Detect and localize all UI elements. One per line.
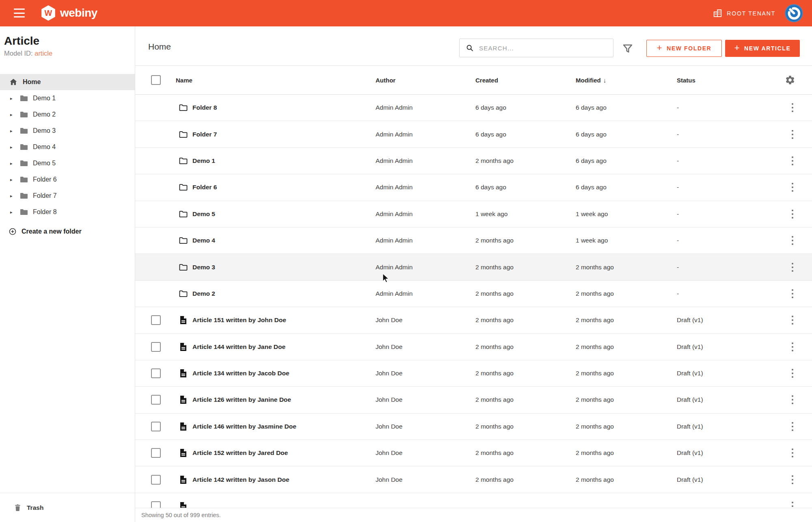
menu-icon[interactable] [14, 9, 25, 17]
row-name[interactable]: Article 142 written by Jason Doe [192, 476, 289, 483]
row-author: John Doe [376, 476, 402, 483]
sidebar-folder-item[interactable]: ▸ Demo 3 [0, 123, 135, 139]
sidebar-item-home[interactable]: Home [0, 74, 135, 90]
new-article-button[interactable]: + NEW ARTICLE [725, 40, 800, 57]
row-name[interactable]: Folder 7 [192, 131, 217, 138]
sidebar-folder-item[interactable]: ▸ Folder 8 [0, 204, 135, 220]
row-checkbox[interactable] [151, 475, 161, 485]
row-actions-kebab-icon[interactable] [787, 420, 798, 433]
tenant-switcher[interactable]: ROOT TENANT [713, 0, 775, 26]
circle-plus-icon [8, 227, 17, 236]
new-folder-button[interactable]: + NEW FOLDER [646, 40, 722, 57]
row-name[interactable]: Article 134 written by Jacob Doe [192, 370, 289, 377]
row-name[interactable]: Article 146 written by Jasmine Doe [192, 423, 296, 430]
row-name[interactable]: Folder 8 [192, 104, 217, 111]
table-row[interactable]: Article 142 written by Jason Doe John Do… [135, 466, 812, 493]
row-actions-kebab-icon[interactable] [787, 155, 798, 167]
brand-wordmark: webiny [60, 6, 97, 19]
row-name[interactable]: Article 126 written by Janine Doe [192, 396, 291, 403]
table-row[interactable]: Article 146 written by Jasmine Doe John … [135, 414, 812, 440]
row-name[interactable]: Folder 6 [192, 184, 217, 191]
table-settings-gear-icon[interactable] [785, 75, 795, 85]
sidebar-folder-item[interactable]: ▸ Demo 5 [0, 155, 135, 171]
sidebar-folder-item[interactable]: ▸ Demo 1 [0, 90, 135, 106]
row-checkbox[interactable] [151, 315, 161, 325]
caret-right-icon[interactable]: ▸ [10, 177, 16, 182]
table-row[interactable]: Folder 7 Admin Admin 6 days ago 6 days a… [135, 121, 812, 147]
row-status: Draft (v1) [677, 476, 703, 483]
table-row[interactable]: Demo 4 Admin Admin 2 months ago 1 week a… [135, 227, 812, 254]
sidebar-folder-item[interactable]: ▸ Demo 4 [0, 139, 135, 155]
column-header-name[interactable]: Name [176, 77, 192, 84]
row-actions-kebab-icon[interactable] [787, 394, 798, 406]
caret-right-icon[interactable]: ▸ [10, 112, 16, 117]
sidebar-folder-item[interactable]: ▸ Demo 2 [0, 106, 135, 123]
caret-right-icon[interactable]: ▸ [10, 193, 16, 199]
row-status: - [677, 184, 679, 191]
table-row[interactable]: Article 152 written by Jared Doe John Do… [135, 440, 812, 466]
table-row[interactable]: Article 126 written by Janine Doe John D… [135, 387, 812, 413]
create-folder-button[interactable]: Create a new folder [0, 223, 135, 240]
row-actions-kebab-icon[interactable] [787, 234, 798, 247]
row-checkbox[interactable] [151, 448, 161, 458]
folder-icon [178, 156, 188, 166]
row-checkbox[interactable] [151, 368, 161, 378]
search-input[interactable] [474, 39, 613, 57]
row-checkbox[interactable] [151, 395, 161, 405]
row-actions-kebab-icon[interactable] [787, 474, 798, 486]
row-actions-kebab-icon[interactable] [787, 181, 798, 193]
row-status: - [677, 210, 679, 218]
table-row[interactable]: Article 134 written by Jacob Doe John Do… [135, 360, 812, 387]
row-status: - [677, 131, 679, 138]
row-actions-kebab-icon[interactable] [787, 341, 798, 353]
row-actions-kebab-icon[interactable] [787, 367, 798, 379]
table-row[interactable]: Demo 5 Admin Admin 1 week ago 1 week ago… [135, 201, 812, 227]
row-checkbox[interactable] [151, 342, 161, 352]
caret-right-icon[interactable]: ▸ [10, 128, 16, 134]
column-header-created[interactable]: Created [475, 77, 498, 84]
row-actions-kebab-icon[interactable] [787, 288, 798, 300]
webiny-logo[interactable]: W webiny [40, 5, 97, 21]
row-actions-kebab-icon[interactable] [787, 314, 798, 326]
column-header-modified[interactable]: Modified↓ [576, 77, 606, 84]
caret-right-icon[interactable]: ▸ [10, 96, 16, 101]
table-row[interactable]: Folder 8 Admin Admin 6 days ago 6 days a… [135, 95, 812, 121]
row-name[interactable]: Demo 4 [192, 237, 215, 244]
column-header-author[interactable]: Author [376, 77, 395, 84]
row-actions-kebab-icon[interactable] [787, 102, 798, 114]
row-name[interactable]: Demo 1 [192, 157, 215, 165]
row-name[interactable]: Demo 5 [192, 210, 215, 218]
filter-icon[interactable] [622, 43, 634, 55]
caret-right-icon[interactable]: ▸ [10, 161, 16, 166]
row-status: - [677, 290, 679, 297]
column-header-status[interactable]: Status [677, 77, 695, 84]
table-row[interactable]: Demo 1 Admin Admin 2 months ago 6 days a… [135, 148, 812, 174]
trash-button[interactable]: Trash [0, 493, 135, 522]
table-row[interactable]: Article 144 written by Jane Doe John Doe… [135, 334, 812, 360]
row-name[interactable]: Article 151 written by John Doe [192, 316, 286, 324]
table-row[interactable]: Article 151 written by John Doe John Doe… [135, 307, 812, 334]
caret-right-icon[interactable]: ▸ [10, 210, 16, 215]
caret-right-icon[interactable]: ▸ [10, 145, 16, 150]
table-row[interactable]: Folder 6 Admin Admin 6 days ago 6 days a… [135, 174, 812, 201]
sidebar-folder-item[interactable]: ▸ Folder 7 [0, 188, 135, 204]
select-all-checkbox[interactable] [151, 75, 161, 85]
row-name[interactable]: Demo 3 [192, 264, 215, 271]
row-actions-kebab-icon[interactable] [787, 208, 798, 220]
row-actions-kebab-icon[interactable] [787, 128, 798, 141]
row-author: Admin Admin [376, 104, 412, 111]
table-row[interactable]: Demo 2 Admin Admin 2 months ago 2 months… [135, 281, 812, 307]
folder-icon [178, 182, 188, 192]
row-name[interactable]: Article 152 written by Jared Doe [192, 449, 288, 457]
row-name[interactable]: Article 144 written by Jane Doe [192, 343, 285, 351]
row-actions-kebab-icon[interactable] [787, 447, 798, 459]
row-actions-kebab-icon[interactable] [787, 261, 798, 273]
row-name[interactable]: Demo 2 [192, 290, 215, 297]
sidebar-folder-item[interactable]: ▸ Folder 6 [0, 171, 135, 188]
row-created: 2 months ago [475, 370, 514, 377]
row-checkbox[interactable] [151, 422, 161, 431]
row-author: John Doe [376, 396, 402, 403]
folder-icon [19, 126, 29, 136]
user-avatar[interactable] [785, 4, 803, 22]
table-row[interactable]: Demo 3 Admin Admin 2 months ago 2 months… [135, 254, 812, 280]
